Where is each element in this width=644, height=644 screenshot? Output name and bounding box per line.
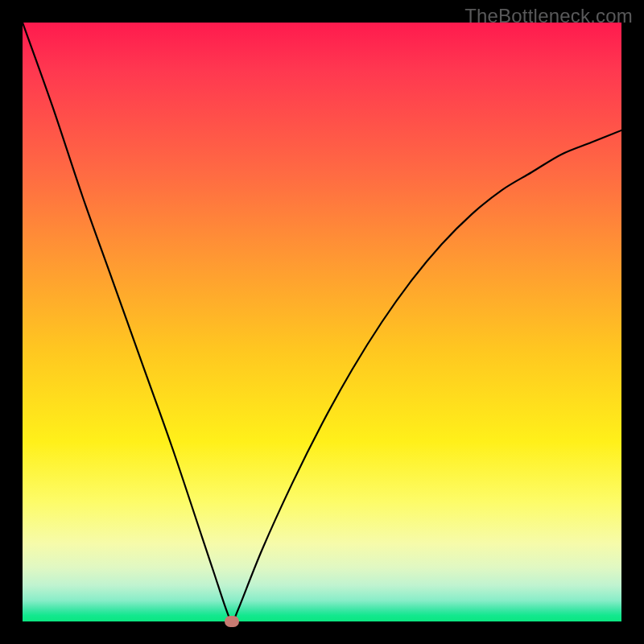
optimal-point-marker bbox=[225, 616, 239, 627]
chart-frame: TheBottleneck.com bbox=[0, 0, 644, 644]
watermark-text: TheBottleneck.com bbox=[464, 5, 633, 27]
bottleneck-curve bbox=[23, 23, 621, 621]
plot-area bbox=[23, 23, 621, 621]
